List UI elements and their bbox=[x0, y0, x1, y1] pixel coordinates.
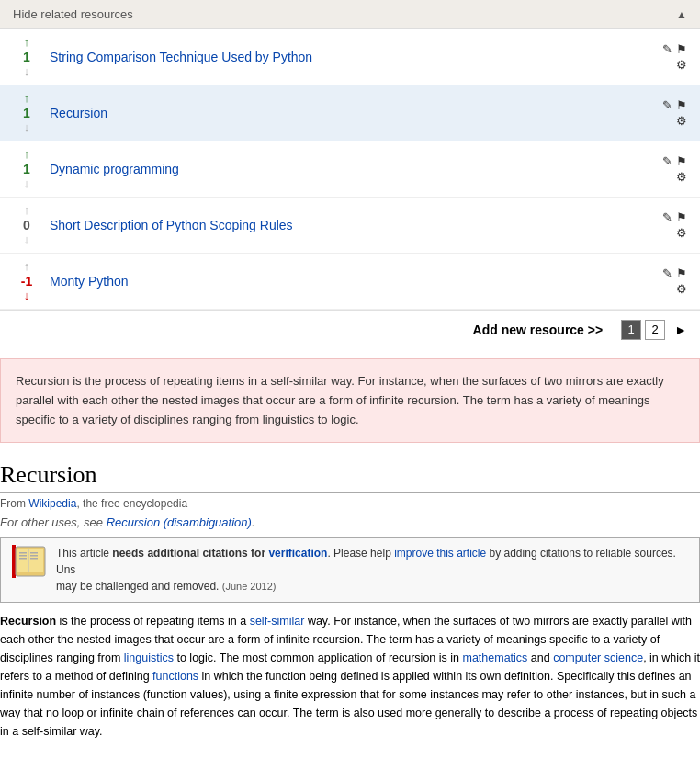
wiki-notice-box: This article needs additional citations … bbox=[0, 537, 700, 603]
vote-down-button[interactable]: ↓ bbox=[24, 64, 30, 79]
flag-icon[interactable]: ⚑ bbox=[676, 154, 687, 168]
vote-up-button[interactable]: ↑ bbox=[24, 259, 30, 274]
hide-related-label: Hide related resources bbox=[13, 7, 133, 21]
vote-up-button[interactable]: ↑ bbox=[24, 203, 30, 218]
vote-column: ↑ 1 ↓ bbox=[13, 147, 40, 191]
edit-icon[interactable]: ✎ bbox=[662, 210, 672, 224]
resource-title[interactable]: String Comparison Technique Used by Pyth… bbox=[50, 50, 662, 64]
resource-item: ↑ 1 ↓ String Comparison Technique Used b… bbox=[0, 29, 700, 85]
settings-icon[interactable]: ⚙ bbox=[676, 282, 687, 296]
svg-rect-0 bbox=[12, 545, 16, 578]
resources-list: ↑ 1 ↓ String Comparison Technique Used b… bbox=[0, 29, 700, 311]
action-icons-top: ✎ ⚑ bbox=[662, 210, 687, 224]
wiki-body-text-1: is the process of repeating items in a bbox=[56, 615, 250, 628]
notice-verification-link[interactable]: verification bbox=[268, 547, 327, 560]
svg-rect-8 bbox=[30, 555, 38, 557]
wiki-functions-link[interactable]: functions bbox=[152, 670, 198, 683]
wiki-notice-icon bbox=[10, 545, 47, 583]
vote-up-button[interactable]: ↑ bbox=[24, 35, 30, 50]
next-page-button[interactable]: ► bbox=[674, 323, 687, 337]
resource-actions: ✎ ⚑ ⚙ bbox=[662, 98, 687, 128]
notice-improve-link[interactable]: improve this article bbox=[394, 547, 486, 560]
pagination-row: Add new resource >> 1 2 ► bbox=[0, 311, 700, 349]
resource-title[interactable]: Recursion bbox=[50, 106, 662, 120]
vote-down-button[interactable]: ↓ bbox=[24, 289, 30, 303]
wiki-cs-link[interactable]: computer science bbox=[553, 651, 643, 664]
notice-date: (June 2012) bbox=[222, 581, 277, 592]
wiki-body-text-4: and bbox=[527, 651, 553, 664]
vote-down-button[interactable]: ↓ bbox=[24, 120, 30, 135]
vote-column: ↑ -1 ↓ bbox=[13, 259, 40, 303]
edit-icon[interactable]: ✎ bbox=[662, 98, 672, 112]
description-box: Recursion is the process of repeating it… bbox=[0, 358, 700, 443]
action-icons-bottom: ⚙ bbox=[676, 114, 687, 128]
vote-up-button[interactable]: ↑ bbox=[24, 91, 30, 106]
vote-down-button[interactable]: ↓ bbox=[24, 176, 30, 191]
wiki-self-similar-link[interactable]: self-similar bbox=[250, 615, 305, 628]
flag-icon[interactable]: ⚑ bbox=[676, 210, 687, 224]
edit-icon[interactable]: ✎ bbox=[662, 154, 672, 168]
settings-icon[interactable]: ⚙ bbox=[676, 58, 687, 72]
settings-icon[interactable]: ⚙ bbox=[676, 170, 687, 184]
wiki-disambiguation-link[interactable]: Recursion (disambiguation) bbox=[107, 515, 252, 529]
vote-count: 1 bbox=[23, 50, 30, 65]
action-icons-bottom: ⚙ bbox=[676, 58, 687, 72]
edit-icon[interactable]: ✎ bbox=[662, 266, 672, 280]
vote-up-button[interactable]: ↑ bbox=[24, 147, 30, 162]
wiki-other-uses: For other uses, see Recursion (disambigu… bbox=[0, 515, 700, 529]
vote-count: 1 bbox=[23, 106, 30, 121]
resource-actions: ✎ ⚑ ⚙ bbox=[662, 42, 687, 72]
action-icons-bottom: ⚙ bbox=[676, 170, 687, 184]
svg-rect-7 bbox=[30, 552, 38, 554]
wiki-other-uses-period: . bbox=[252, 515, 255, 529]
resource-actions: ✎ ⚑ ⚙ bbox=[662, 154, 687, 184]
settings-icon[interactable]: ⚙ bbox=[676, 114, 687, 128]
settings-icon[interactable]: ⚙ bbox=[676, 226, 687, 240]
resource-item: ↑ 0 ↓ Short Description of Python Scopin… bbox=[0, 198, 700, 254]
svg-rect-5 bbox=[19, 555, 27, 557]
action-icons-top: ✎ ⚑ bbox=[662, 154, 687, 168]
wiki-notice-content: This article needs additional citations … bbox=[56, 545, 690, 594]
page-1-button[interactable]: 1 bbox=[621, 320, 641, 340]
wiki-from-text: From bbox=[0, 497, 28, 510]
resource-item: ↑ -1 ↓ Monty Python ✎ ⚑ ⚙ bbox=[0, 254, 700, 310]
resource-title[interactable]: Short Description of Python Scoping Rule… bbox=[50, 218, 662, 232]
action-icons-bottom: ⚙ bbox=[676, 282, 687, 296]
vote-count: -1 bbox=[21, 274, 32, 289]
vote-count: 1 bbox=[23, 162, 30, 177]
wiki-linguistics-link[interactable]: linguistics bbox=[124, 651, 174, 664]
svg-rect-9 bbox=[30, 558, 38, 560]
flag-icon[interactable]: ⚑ bbox=[676, 266, 687, 280]
wikipedia-section: Recursion From Wikipedia, the free encyc… bbox=[0, 452, 700, 741]
resource-item: ↑ 1 ↓ Dynamic programming ✎ ⚑ ⚙ bbox=[0, 141, 700, 198]
resource-title[interactable]: Monty Python bbox=[50, 274, 662, 289]
wikipedia-link[interactable]: Wikipedia bbox=[28, 497, 76, 510]
svg-rect-2 bbox=[17, 549, 43, 572]
add-new-resource-button[interactable]: Add new resource >> bbox=[473, 323, 604, 337]
vote-column: ↑ 0 ↓ bbox=[13, 203, 40, 247]
wiki-from: From Wikipedia, the free encyclopedia bbox=[0, 497, 700, 510]
svg-rect-4 bbox=[19, 552, 27, 554]
action-icons-bottom: ⚙ bbox=[676, 226, 687, 240]
vote-column: ↑ 1 ↓ bbox=[13, 35, 40, 79]
wiki-mathematics-link[interactable]: mathematics bbox=[462, 651, 527, 664]
collapse-arrow-icon[interactable]: ▲ bbox=[676, 8, 687, 21]
wiki-other-uses-text: For other uses, see bbox=[0, 515, 107, 529]
page-controls: 1 2 ► bbox=[621, 320, 687, 340]
svg-rect-6 bbox=[19, 558, 27, 560]
resource-actions: ✎ ⚑ ⚙ bbox=[662, 210, 687, 240]
book-icon bbox=[10, 545, 47, 578]
resource-title[interactable]: Dynamic programming bbox=[50, 162, 662, 176]
flag-icon[interactable]: ⚑ bbox=[676, 98, 687, 112]
flag-icon[interactable]: ⚑ bbox=[676, 42, 687, 56]
resource-actions: ✎ ⚑ ⚙ bbox=[662, 266, 687, 296]
hide-related-bar[interactable]: Hide related resources ▲ bbox=[0, 0, 700, 29]
vote-down-button[interactable]: ↓ bbox=[24, 232, 30, 247]
vote-column: ↑ 1 ↓ bbox=[13, 91, 40, 135]
wiki-body-text-3: to logic. The most common application of… bbox=[174, 651, 463, 664]
resource-item: ↑ 1 ↓ Recursion ✎ ⚑ ⚙ bbox=[0, 85, 700, 141]
edit-icon[interactable]: ✎ bbox=[662, 42, 672, 56]
page-2-button[interactable]: 2 bbox=[645, 320, 665, 340]
wiki-body-bold-start: Recursion bbox=[0, 615, 56, 628]
action-icons-top: ✎ ⚑ bbox=[662, 42, 687, 56]
